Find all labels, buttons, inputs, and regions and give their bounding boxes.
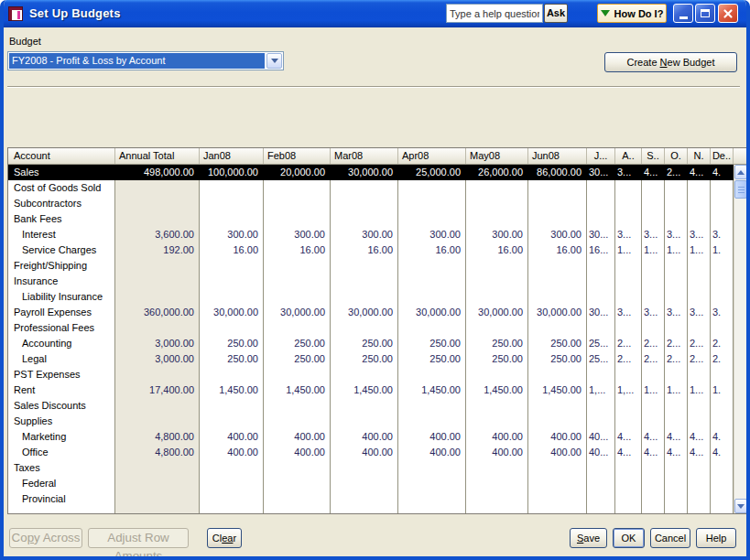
value-cell[interactable] [331, 414, 398, 429]
value-cell[interactable] [115, 476, 200, 491]
value-cell[interactable]: 4... [688, 165, 711, 180]
value-cell[interactable] [264, 491, 331, 507]
value-cell[interactable]: 1... [665, 382, 688, 398]
value-cell[interactable] [264, 367, 331, 382]
table-row[interactable]: Rent17,400.001,450.001,450.001,450.001,4… [8, 382, 734, 398]
value-cell[interactable] [615, 367, 642, 382]
value-cell[interactable]: 498,000.00 [115, 165, 200, 180]
account-cell[interactable]: Cost of Goods Sold [8, 180, 115, 196]
value-cell[interactable]: 16... [587, 242, 615, 258]
value-cell[interactable]: 3... [688, 227, 711, 242]
value-cell[interactable] [331, 460, 398, 476]
value-cell[interactable] [331, 491, 398, 507]
value-cell[interactable]: 400.00 [466, 445, 528, 460]
value-cell[interactable] [264, 476, 331, 491]
value-cell[interactable] [665, 367, 688, 382]
account-cell[interactable]: Office [8, 445, 115, 460]
value-cell[interactable] [200, 367, 264, 382]
value-cell[interactable] [528, 289, 587, 305]
value-cell[interactable] [665, 274, 688, 289]
combo-dropdown-button[interactable] [266, 53, 282, 69]
value-cell[interactable] [200, 460, 264, 476]
value-cell[interactable] [615, 289, 642, 305]
value-cell[interactable] [642, 258, 665, 274]
value-cell[interactable] [331, 398, 398, 414]
value-cell[interactable] [642, 180, 665, 196]
value-cell[interactable] [688, 414, 711, 429]
value-cell[interactable] [587, 367, 615, 382]
value-cell[interactable] [587, 180, 615, 196]
value-cell[interactable] [615, 414, 642, 429]
value-cell[interactable]: 250.00 [331, 336, 398, 351]
value-cell[interactable]: 250.00 [200, 351, 264, 367]
value-cell[interactable]: 4... [688, 429, 711, 445]
value-cell[interactable] [615, 476, 642, 491]
create-new-budget-button[interactable]: Create New Budget [604, 52, 737, 72]
ask-button[interactable]: Ask [544, 4, 568, 23]
value-cell[interactable]: 1,450.00 [398, 382, 466, 398]
value-cell[interactable]: 300.00 [528, 227, 587, 242]
value-cell[interactable] [398, 476, 466, 491]
value-cell[interactable]: 250.00 [331, 351, 398, 367]
value-cell[interactable] [688, 367, 711, 382]
help-question-input[interactable] [446, 4, 543, 23]
value-cell[interactable] [115, 398, 200, 414]
value-cell[interactable] [331, 196, 398, 211]
value-cell[interactable]: 300.00 [264, 227, 331, 242]
value-cell[interactable] [115, 491, 200, 507]
value-cell[interactable]: 4. [711, 445, 734, 460]
value-cell[interactable] [398, 414, 466, 429]
value-cell[interactable] [711, 274, 734, 289]
value-cell[interactable] [331, 180, 398, 196]
value-cell[interactable] [688, 460, 711, 476]
value-cell[interactable]: 250.00 [528, 351, 587, 367]
value-cell[interactable] [466, 211, 528, 227]
value-cell[interactable] [711, 180, 734, 196]
value-cell[interactable] [587, 258, 615, 274]
value-cell[interactable]: 250.00 [200, 336, 264, 351]
value-cell[interactable] [711, 491, 734, 507]
scroll-up-button[interactable] [734, 165, 747, 179]
value-cell[interactable]: 4,800.00 [115, 445, 200, 460]
value-cell[interactable]: 2... [615, 336, 642, 351]
value-cell[interactable]: 100,000.00 [200, 165, 264, 180]
value-cell[interactable] [264, 211, 331, 227]
account-cell[interactable]: Taxes [8, 460, 115, 476]
value-cell[interactable] [331, 367, 398, 382]
account-cell[interactable]: Sales Discounts [8, 398, 115, 414]
value-cell[interactable]: 300.00 [200, 227, 264, 242]
table-row[interactable]: Payroll Expenses360,000.0030,000.0030,00… [8, 305, 734, 320]
value-cell[interactable] [587, 274, 615, 289]
value-cell[interactable]: 2... [665, 165, 688, 180]
account-cell[interactable]: Payroll Expenses [8, 305, 115, 320]
value-cell[interactable] [587, 460, 615, 476]
table-row[interactable]: Marketing4,800.00400.00400.00400.00400.0… [8, 429, 734, 445]
value-cell[interactable]: 3... [615, 305, 642, 320]
value-cell[interactable]: 4... [688, 445, 711, 460]
value-cell[interactable]: 3... [665, 227, 688, 242]
value-cell[interactable]: 1... [688, 242, 711, 258]
value-cell[interactable] [528, 476, 587, 491]
value-cell[interactable] [615, 460, 642, 476]
value-cell[interactable] [398, 398, 466, 414]
value-cell[interactable]: 16.00 [398, 242, 466, 258]
value-cell[interactable]: 250.00 [466, 351, 528, 367]
value-cell[interactable]: 30,000.00 [264, 305, 331, 320]
value-cell[interactable]: 40... [587, 429, 615, 445]
value-cell[interactable]: 17,400.00 [115, 382, 200, 398]
value-cell[interactable]: 4. [711, 165, 734, 180]
value-cell[interactable] [115, 180, 200, 196]
value-cell[interactable] [528, 211, 587, 227]
table-row[interactable]: Freight/Shipping [8, 258, 734, 274]
value-cell[interactable] [466, 414, 528, 429]
value-cell[interactable] [264, 398, 331, 414]
value-cell[interactable] [331, 274, 398, 289]
value-cell[interactable] [665, 460, 688, 476]
value-cell[interactable]: 250.00 [264, 351, 331, 367]
value-cell[interactable]: 192.00 [115, 242, 200, 258]
close-button[interactable] [718, 4, 738, 23]
account-cell[interactable]: PST Expenses [8, 367, 115, 382]
value-cell[interactable]: 400.00 [264, 445, 331, 460]
value-cell[interactable]: 1,... [615, 382, 642, 398]
value-cell[interactable]: 2... [665, 336, 688, 351]
